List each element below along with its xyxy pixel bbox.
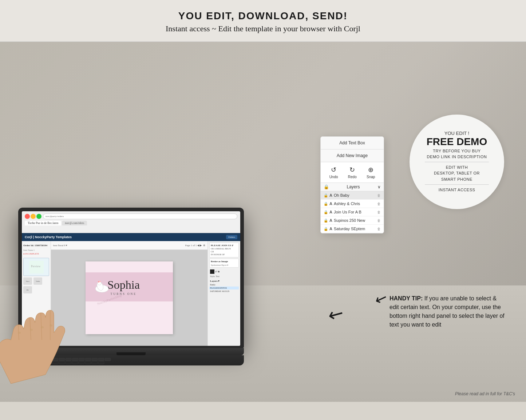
layer-emily[interactable]: Emily <box>209 283 239 287</box>
layer-delete-2[interactable]: 🗑 <box>377 202 381 206</box>
browser-tab-active[interactable]: Tierhe Pue in de Bec.laten <box>25 221 61 225</box>
canvas-toolbar: best floral 9 ▾ Page 1 of 1 ◀ ▶ ⊕ <box>51 241 207 250</box>
layer-oh-baby[interactable]: 🔒 A Oh Baby 🗑 <box>321 191 384 200</box>
layer-name-oh-baby: Oh Baby <box>334 193 349 197</box>
download-btn[interactable]: DL <box>23 286 32 293</box>
svg-point-5 <box>98 281 99 283</box>
zoom-control[interactable]: ⊕ <box>203 244 205 247</box>
sidebar-tools: Save Undo DL <box>23 277 49 293</box>
browser-chrome: norcjlparty/orders Tierhe Pue in de Bec.… <box>22 211 240 233</box>
undo-label: Undo <box>329 175 338 179</box>
layer-lock-icon-4: 🔒 <box>324 219 328 223</box>
svg-point-6 <box>99 281 101 282</box>
hand-container <box>0 304 91 384</box>
svg-point-36 <box>18 332 21 334</box>
layer-lock-icon-3: 🔒 <box>324 210 328 214</box>
swan-icon <box>93 276 111 294</box>
save-original-btn[interactable]: Save <box>23 277 32 285</box>
demo-edit-with: EDIT WITHDESKTOP, TABLET ORSMART PHONE <box>434 164 480 183</box>
layers-header: 🔒 Layers ∨ <box>321 183 384 191</box>
layer-delete-3[interactable]: 🗑 <box>377 210 381 214</box>
layer-delete-5[interactable]: 🗑 <box>377 227 381 231</box>
handy-tip-label: HANDY TIP: <box>389 295 423 301</box>
font-size[interactable]: 17 <box>215 271 217 273</box>
layers-mini: Layers ▾ Emily PLEASEJOINTOS SATURDAY AU… <box>209 279 239 293</box>
maximize-btn[interactable] <box>36 214 41 219</box>
font-select[interactable]: Spokesman Rgcor ▾ <box>211 264 237 266</box>
layer-text-icon-4: A <box>329 218 332 223</box>
canvas-card: NocckyPartiesShop NocckyPartiesShop <box>86 261 173 334</box>
layer-saturday[interactable]: 🔒 A Saturday SEptem 🗑 <box>321 225 384 233</box>
layer-ashley-chris[interactable]: 🔒 A Ashley & Chris 🗑 <box>321 200 384 208</box>
layer-name-supinos: Supinos 250 New <box>334 218 365 223</box>
layer-lock-icon-2: 🔒 <box>324 202 328 206</box>
add-new-image-button[interactable]: Add New Image <box>321 149 384 162</box>
layer-supinos[interactable]: 🔒 A Supinos 250 New 🗑 <box>321 216 384 225</box>
snap-icon: ⊕ <box>368 166 373 174</box>
banner-headline: YOU EDIT, DOWNLOAD, SEND! <box>7 10 519 22</box>
layer-delete-1[interactable]: 🗑 <box>377 193 381 197</box>
layer-name-join-us: Join Us For A B <box>334 210 361 214</box>
bottom-note: Please read ad in full for T&C's <box>455 391 515 396</box>
thumbnail-svg: Preview <box>29 261 44 273</box>
layer-delete-4[interactable]: 🗑 <box>377 219 381 223</box>
layer-name-saturday: Saturday SEptem <box>334 227 365 231</box>
banner-subline: Instant access ~ Edit the template in yo… <box>7 24 519 33</box>
close-btn[interactable] <box>25 214 30 219</box>
svg-rect-19 <box>105 358 111 361</box>
orders-btn[interactable]: Orders <box>226 235 237 239</box>
main-content: norcjlparty/orders Tierhe Pue in de Bec.… <box>0 42 526 402</box>
snap-label: Snap <box>367 175 375 179</box>
demo-try-before: TRY BEFORE YOU BUYDEMO LINK IN DESCRIPTI… <box>427 148 487 160</box>
demo-divider-2 <box>425 184 489 185</box>
turns-one: TURNS ONE <box>107 292 140 296</box>
free-demo-circle: YOU EDIT ! FREE DEMO TRY BEFORE YOU BUYD… <box>410 115 504 209</box>
text-tools-title: PLEASE JOIN US F <box>211 244 237 247</box>
browser-nav-buttons <box>25 214 41 219</box>
demo-free-demo-title: FREE DEMO <box>427 137 487 147</box>
style-text-label: Style: Text <box>209 275 239 278</box>
add-text-box-button[interactable]: Add Text Box <box>321 137 384 149</box>
layer-join-us[interactable]: 🔒 A Join Us For A B 🗑 <box>321 208 384 216</box>
handy-tip-container: HANDY TIP: If you are unable to select &… <box>389 294 506 329</box>
layers-mini-title: Layers ▾ <box>209 279 239 283</box>
demo-you-edit: YOU EDIT ! <box>444 131 469 136</box>
item-label: Item Name 1 <box>23 249 49 251</box>
corjl-right-panel: PLEASE JOIN US F OR A BRIDAL BRUNCHIN HO… <box>207 241 240 346</box>
demo-divider-1 <box>425 162 489 162</box>
layer-lock-icon-1: 🔒 <box>324 193 328 197</box>
demo-instant-access: INSTANT ACCESS <box>439 187 475 193</box>
svg-rect-17 <box>92 358 98 361</box>
layer-pleasejointos[interactable]: PLEASEJOINTOS <box>209 287 239 290</box>
minimize-btn[interactable] <box>31 214 36 219</box>
bold-btn[interactable]: B <box>218 271 220 273</box>
toolbar-template-name: best floral 9 ▾ <box>53 244 67 247</box>
svg-point-39 <box>50 324 52 327</box>
layers-title: Layers <box>347 184 360 189</box>
lock-icon: 🔒 <box>324 184 329 189</box>
address-bar[interactable]: norcjlparty/orders <box>43 213 237 219</box>
undo-tool[interactable]: ↺ Undo <box>329 166 338 179</box>
right-panel-text-tools: PLEASE JOIN US F OR A BRIDAL BRUNCHIN HO… <box>209 243 239 257</box>
sidebar-thumbnail[interactable]: Preview <box>23 258 49 276</box>
undo-changes-btn[interactable]: Undo <box>33 277 42 285</box>
layer-lock-icon-5: 🔒 <box>324 227 328 231</box>
snap-tool[interactable]: ⊕ Snap <box>367 166 375 179</box>
redo-tool[interactable]: ↻ Redo <box>348 166 357 179</box>
laptop-notch <box>116 352 146 355</box>
redo-label: Redo <box>348 175 357 179</box>
color-swatch[interactable] <box>210 269 214 274</box>
browser-tabs: Tierhe Pue in de Bec.laten norcjl.com/rd… <box>25 221 237 225</box>
svg-rect-31 <box>98 361 104 364</box>
browser-tab-2[interactable]: norcjl.com/rders <box>62 221 87 225</box>
undo-icon: ↺ <box>331 166 336 174</box>
corjl-header: Corjl | NocckyParty Templates Orders <box>22 233 240 241</box>
right-panel-image: Resize as Image Spokesman Rgcor ▾ <box>209 259 239 268</box>
layer-text-icon-1: A <box>329 193 332 197</box>
order-id: Order Id: 1500758194 <box>23 244 49 247</box>
layer-text-icon-2: A <box>329 201 332 206</box>
layer-saturday-august[interactable]: SATURDAY AUGUS <box>209 290 239 293</box>
panel-tools-row: ↺ Undo ↻ Redo ⊕ Snap <box>321 162 384 183</box>
image-section-title: Resize as Image <box>211 260 237 263</box>
corjl-logo: Corjl | NocckyParty Templates <box>25 235 72 239</box>
